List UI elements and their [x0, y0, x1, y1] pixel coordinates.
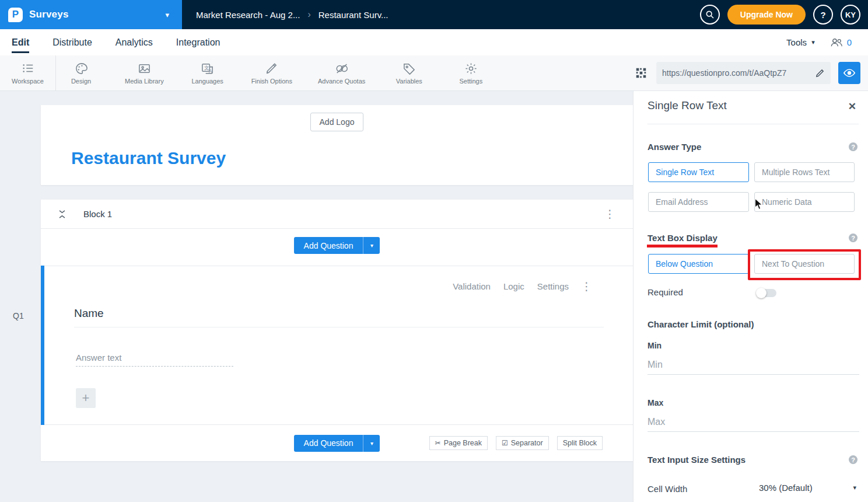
- cell-width-label: Cell Width: [648, 484, 687, 494]
- media-library-label: Media Library: [125, 78, 164, 85]
- grid-icon: [635, 67, 648, 79]
- breadcrumb-survey[interactable]: Restaurant Surv...: [318, 10, 388, 20]
- answer-type-help-icon[interactable]: ?: [849, 142, 858, 151]
- tab-edit[interactable]: Edit: [12, 32, 29, 53]
- toolbar-items: Design Media Library 文A Languages Finish…: [56, 61, 489, 85]
- required-toggle[interactable]: [756, 288, 777, 298]
- survey-title[interactable]: Restaurant Survey: [71, 148, 226, 168]
- add-question-caret[interactable]: ▾: [363, 237, 380, 254]
- block-footer-actions: ✂ Page Break ☑ Separator Split Block: [429, 436, 603, 450]
- page-break-button[interactable]: ✂ Page Break: [429, 436, 488, 450]
- cell-width-select[interactable]: 30% (Default) ▾: [759, 483, 859, 493]
- breadcrumb: Market Research - Aug 2... › Restaurant …: [196, 9, 388, 20]
- option-multiple-rows-text[interactable]: Multiple Rows Text: [754, 162, 855, 182]
- toggle-knob: [756, 288, 766, 298]
- split-block-button[interactable]: Split Block: [557, 436, 603, 450]
- split-block-label: Split Block: [563, 439, 597, 447]
- plus-icon: +: [82, 391, 90, 405]
- edit-url-pencil-icon[interactable]: [815, 68, 825, 78]
- cell-width-value: 30% (Default): [759, 483, 813, 493]
- block-menu-kebab-icon[interactable]: ⋮: [604, 208, 615, 219]
- variables-label: Variables: [396, 78, 422, 85]
- add-question-button[interactable]: Add Question: [294, 237, 363, 254]
- toolbar-item-design[interactable]: Design: [63, 61, 99, 85]
- search-button[interactable]: [700, 5, 720, 25]
- answer-text-input[interactable]: [76, 349, 233, 367]
- option-below-question[interactable]: Below Question: [648, 254, 749, 274]
- block-footer: Add Question ▾ ✂ Page Break ☑ Separator …: [41, 425, 633, 461]
- validation-link[interactable]: Validation: [453, 281, 491, 291]
- question-card[interactable]: Validation Logic Settings ⋮ Name +: [41, 266, 633, 425]
- add-question-split-button-bottom: Add Question ▾: [294, 435, 380, 452]
- option-numeric-data[interactable]: Numeric Data: [754, 192, 855, 212]
- survey-header-card: Add Logo Restaurant Survey: [41, 105, 633, 185]
- brand-chevron-down-icon[interactable]: ▾: [165, 11, 169, 19]
- question-menu-kebab-icon[interactable]: ⋮: [581, 280, 592, 293]
- question-settings-link[interactable]: Settings: [537, 281, 569, 291]
- separator-icon: ☑: [502, 439, 508, 447]
- panel-divider: [648, 124, 859, 124]
- questionpro-logo-icon: P: [8, 8, 23, 22]
- tab-analytics[interactable]: Analytics: [116, 32, 153, 53]
- block-header: Block 1 ⋮: [41, 200, 633, 229]
- option-single-row-text[interactable]: Single Row Text: [648, 162, 749, 182]
- settings-icon: [464, 61, 478, 75]
- add-question-button-bottom[interactable]: Add Question: [294, 435, 363, 452]
- question-title[interactable]: Name: [74, 307, 104, 320]
- settings-label: Settings: [459, 78, 482, 85]
- input-size-heading: Text Input Size Settings: [648, 455, 746, 465]
- toolbar-item-languages[interactable]: 文A Languages: [190, 61, 226, 85]
- help-icon: ?: [820, 10, 825, 20]
- block-collapse-icon[interactable]: [56, 208, 68, 220]
- min-label: Min: [648, 341, 662, 350]
- max-input[interactable]: [648, 412, 859, 432]
- question-toolbar: Validation Logic Settings: [453, 281, 569, 291]
- text-box-display-help-icon[interactable]: ?: [849, 233, 858, 242]
- question-number-label: Q1: [13, 311, 24, 320]
- toolbar-item-media-library[interactable]: Media Library: [125, 61, 164, 85]
- add-logo-button[interactable]: Add Logo: [310, 113, 364, 131]
- chevron-down-icon: ▾: [370, 242, 373, 249]
- min-input[interactable]: [648, 355, 859, 375]
- upgrade-now-button[interactable]: Upgrade Now: [727, 5, 806, 25]
- languages-icon: 文A: [201, 61, 215, 75]
- logic-link[interactable]: Logic: [503, 281, 524, 291]
- preview-button[interactable]: [838, 62, 860, 84]
- brand-surveys-label: Surveys: [29, 9, 69, 20]
- help-button[interactable]: ?: [813, 5, 833, 25]
- toolbar-item-finish-options[interactable]: Finish Options: [251, 61, 292, 85]
- option-next-to-question[interactable]: Next To Question: [754, 254, 855, 274]
- eye-icon: [843, 67, 856, 79]
- breadcrumb-folder[interactable]: Market Research - Aug 2...: [196, 10, 300, 20]
- question-title-divider: [74, 327, 604, 327]
- tab-distribute[interactable]: Distribute: [52, 32, 92, 53]
- toolbar-item-advance-quotas[interactable]: Advance Quotas: [318, 61, 365, 85]
- add-question-top-row: Add Question ▾: [41, 237, 633, 254]
- add-question-caret-bottom[interactable]: ▾: [363, 435, 380, 452]
- toolbar-item-variables[interactable]: Variables: [391, 61, 427, 85]
- tools-menu[interactable]: Tools ▾: [786, 37, 815, 47]
- panel-close-icon[interactable]: ✕: [848, 100, 856, 113]
- finish-options-icon: [265, 61, 279, 75]
- advance-quotas-icon: [335, 61, 349, 75]
- add-row-button[interactable]: +: [76, 388, 96, 408]
- tools-label: Tools: [786, 37, 807, 47]
- tab-integration[interactable]: Integration: [176, 32, 220, 53]
- option-email-address[interactable]: Email Address: [648, 192, 749, 212]
- avatar[interactable]: KY: [841, 5, 860, 25]
- design-icon: [74, 61, 88, 75]
- variables-icon: [402, 61, 416, 75]
- toolbar-item-workspace[interactable]: Workspace: [0, 55, 56, 91]
- brand-area[interactable]: P Surveys ▾: [0, 0, 182, 29]
- toolbar-item-settings[interactable]: Settings: [453, 61, 489, 85]
- collaborators-button[interactable]: 0: [830, 37, 852, 47]
- survey-url-field[interactable]: https://questionpro.com/t/AaQtpZ7: [656, 62, 831, 84]
- workspace-label: Workspace: [12, 78, 44, 85]
- separator-button[interactable]: ☑ Separator: [496, 436, 549, 450]
- input-size-help-icon[interactable]: ?: [849, 455, 858, 464]
- main-nav: Edit Distribute Analytics Integration To…: [0, 29, 868, 55]
- block-title[interactable]: Block 1: [83, 209, 112, 219]
- grid-view-button[interactable]: [634, 65, 649, 81]
- nav-tabs: Edit Distribute Analytics Integration: [0, 32, 220, 53]
- character-limit-heading: Character Limit (optional): [648, 319, 754, 329]
